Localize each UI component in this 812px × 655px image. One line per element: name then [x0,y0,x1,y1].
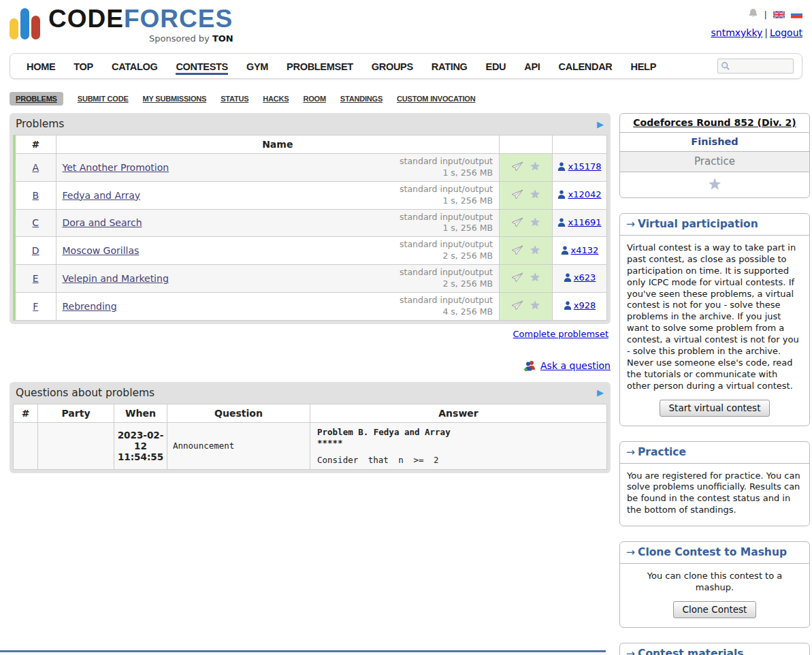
logo-bars-icon [10,7,42,39]
favourite-star-icon[interactable]: ★ [530,161,540,172]
menu-item-edu[interactable]: EDU [486,57,506,75]
table-row: D Moscow Gorillas standard input/output2… [14,237,607,265]
submit-plane-icon[interactable] [511,245,523,255]
problem-name-link[interactable]: Rebrending [63,301,117,312]
menu-item-rating[interactable]: RATING [432,57,468,75]
expand-arrow-icon[interactable]: ▶ [597,388,604,397]
solver-person-icon [557,162,566,171]
table-row: 2023-02-12 11:54:55 Announcement Problem… [14,422,607,470]
favourite-star-icon[interactable]: ★ [530,300,540,311]
problem-name-link[interactable]: Yet Another Promotion [63,162,169,173]
logout-link[interactable]: Logout [770,27,802,38]
problem-name-link[interactable]: Moscow Gorillas [63,245,140,256]
col-header-name: Name [56,135,500,154]
menu-item-help[interactable]: HELP [631,57,656,75]
flag-ru-icon[interactable] [791,11,802,18]
solved-count-link[interactable]: x15178 [557,161,601,172]
col-header-solved [553,135,607,154]
question-when-cell: 2023-02-12 11:54:55 [114,422,167,470]
favourite-star-icon[interactable]: ★ [530,217,540,228]
menu-item-problemset[interactable]: PROBLEMSET [287,57,353,75]
start-virtual-contest-button[interactable]: Start virtual contest [660,400,770,417]
contest-menu: PROBLEMS SUBMIT CODE MY SUBMISSIONS STAT… [10,92,802,106]
menu-item-api[interactable]: API [524,57,540,75]
notifications-bell-icon[interactable] [748,8,758,20]
menu-item-home[interactable]: HOME [27,57,55,75]
problem-limits: standard input/output2 s, 256 MB [400,239,493,262]
favourite-star-icon[interactable]: ★ [530,189,540,200]
contest-info-box: Codeforces Round 852 (Div. 2) Finished P… [619,113,810,198]
complete-problemset-link[interactable]: Complete problemset [513,329,608,339]
tab-custom-invocation[interactable]: CUSTOM INVOCATION [397,92,475,106]
header-separator: | [764,10,767,20]
problem-index-link[interactable]: C [32,217,39,228]
q-col-header-question: Question [167,404,310,422]
problem-index-link[interactable]: E [33,273,39,284]
tab-problems[interactable]: PROBLEMS [10,92,63,106]
practice-title: Practice [638,446,686,458]
page-header: CODEFORCES Sponsored by TON | sntmxykky|… [10,0,802,49]
menu-item-top[interactable]: TOP [74,57,93,75]
clone-mashup-box: →Clone Contest to Mashup You can clone t… [619,541,810,628]
table-row: B Fedya and Array standard input/output1… [14,181,607,209]
solved-count-link[interactable]: x11691 [557,217,601,227]
problem-index-link[interactable]: D [32,245,39,256]
tab-room[interactable]: ROOM [303,92,325,106]
ask-question-link[interactable]: Ask a question [540,360,611,371]
col-header-index: # [14,135,56,154]
table-row: A Yet Another Promotion standard input/o… [14,154,607,182]
table-row: E Velepin and Marketing standard input/o… [14,265,607,293]
menu-item-gym[interactable]: GYM [246,57,268,75]
footer-divider [0,650,606,652]
q-col-header-when: When [114,404,167,422]
tab-standings[interactable]: STANDINGS [340,92,383,106]
practice-text: You are registered for practice. You can… [620,464,809,526]
favourite-star-icon[interactable]: ★ [530,244,540,256]
problem-index-link[interactable]: B [32,190,39,201]
arrow-icon: → [626,546,635,558]
menu-item-catalog[interactable]: CATALOG [112,57,157,75]
tab-my-submissions[interactable]: MY SUBMISSIONS [143,92,207,106]
problem-limits: standard input/output4 s, 256 MB [400,295,493,318]
contest-status: Finished [620,132,809,151]
solver-person-icon [557,218,566,227]
menu-item-calendar[interactable]: CALENDAR [559,57,613,75]
q-col-header-party: Party [38,404,114,422]
sponsored-by: Sponsored by TON [149,33,233,44]
table-row: F Rebrending standard input/output4 s, 2… [14,292,607,320]
contest-title-link[interactable]: Codeforces Round 852 (Div. 2) [633,117,796,128]
clone-contest-button[interactable]: Clone Contest [673,601,757,618]
solved-count-link[interactable]: x12042 [557,189,601,199]
problem-name-link[interactable]: Dora and Search [63,217,142,228]
username-link[interactable]: sntmxykky [711,27,762,38]
favourite-contest-star-icon[interactable]: ★ [708,176,721,193]
problem-limits: standard input/output1 s, 256 MB [400,156,493,179]
main-menu: HOME TOP CATALOG CONTESTS GYM PROBLEMSET… [10,53,802,79]
codeforces-logo[interactable]: CODEFORCES Sponsored by TON [10,5,233,49]
solved-count-link[interactable]: x623 [564,272,596,283]
solver-person-icon [557,190,566,199]
problem-name-link[interactable]: Fedya and Array [63,190,141,201]
solved-count-link[interactable]: x928 [564,300,596,310]
problem-name-link[interactable]: Velepin and Marketing [63,273,169,284]
virtual-participation-box: →Virtual participation Virtual contest i… [619,213,810,426]
favourite-star-icon[interactable]: ★ [530,272,540,283]
solved-count-link[interactable]: x4132 [561,245,599,255]
tab-status[interactable]: STATUS [221,92,248,106]
menu-item-contests[interactable]: CONTESTS [176,57,228,75]
tab-submit-code[interactable]: SUBMIT CODE [78,92,129,106]
submit-plane-icon[interactable] [511,189,523,199]
expand-arrow-icon[interactable]: ▶ [597,120,604,129]
submit-plane-icon[interactable] [511,300,523,310]
menu-item-groups[interactable]: GROUPS [372,57,413,75]
submit-plane-icon[interactable] [511,272,523,283]
problem-index-link[interactable]: F [33,301,38,312]
submit-plane-icon[interactable] [511,217,523,227]
problem-index-link[interactable]: A [32,162,39,173]
question-answer-cell: Problem B. Fedya and Array ***** Conside… [310,422,607,470]
tab-hacks[interactable]: HACKS [263,92,289,106]
virtual-participation-text: Virtual contest is a way to take part in… [620,236,809,398]
submit-plane-icon[interactable] [511,161,523,172]
practice-box: →Practice You are registered for practic… [619,441,810,527]
flag-en-icon[interactable] [773,11,785,18]
